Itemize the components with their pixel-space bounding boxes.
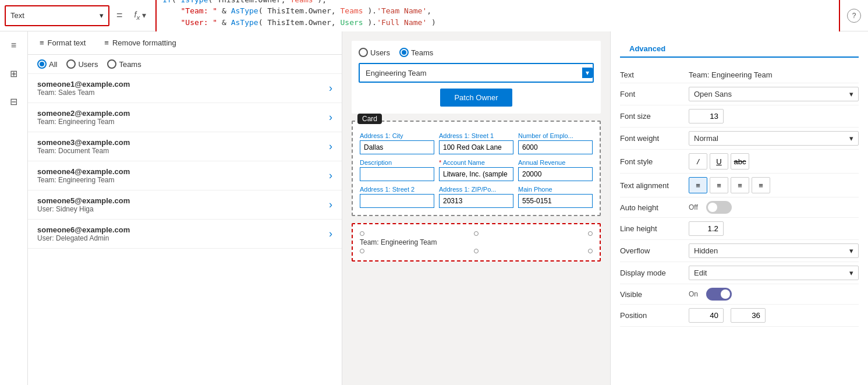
sidebar-icon-menu[interactable]: ≡ [5, 36, 23, 55]
prop-font-size: Font size [620, 105, 859, 128]
handle-bottom-right[interactable] [588, 249, 593, 253]
form-label-description: Description [360, 159, 434, 166]
prop-font-dropdown[interactable]: Open Sans ▾ [689, 87, 859, 101]
visible-toggle[interactable] [706, 288, 732, 301]
list-item-email-3: someone4@example.com [37, 167, 130, 176]
radio-users[interactable]: Users [66, 59, 98, 69]
help-button[interactable]: ? [847, 9, 861, 23]
list-item-info-1: someone2@example.com Team: Engineering T… [37, 109, 130, 126]
handle-top-right[interactable] [588, 231, 593, 236]
list-item-info-3: someone4@example.com Team: Engineering T… [37, 167, 130, 184]
handle-top-left[interactable] [360, 231, 364, 236]
list-item-team-3: Team: Engineering Team [37, 176, 130, 184]
prop-font-size-input[interactable] [689, 109, 724, 123]
prop-text-label: Text [620, 70, 684, 79]
people-filter-row: Users Teams [359, 48, 594, 57]
list-item-team-2: Team: Document Team [37, 147, 130, 155]
remove-formatting-label: Remove formatting [112, 38, 176, 47]
prop-position-x-input[interactable] [689, 308, 724, 323]
form-input-street2[interactable] [360, 194, 434, 208]
prop-font-weight-dropdown[interactable]: Normal ▾ [689, 131, 859, 146]
list-item[interactable]: someone5@example.com User: Sidney Higa › [28, 190, 342, 220]
prop-font-size-label: Font size [620, 112, 684, 121]
list-item[interactable]: someone3@example.com Team: Document Team… [28, 132, 342, 161]
patch-owner-button[interactable]: Patch Owner [440, 89, 512, 107]
sidebar-icon-components[interactable]: ⊟ [5, 92, 23, 111]
chevron-right-icon-2: › [329, 140, 332, 153]
patch-owner-row: Patch Owner [359, 89, 594, 107]
form-input-zip[interactable] [439, 194, 513, 208]
radio-all[interactable]: All [37, 59, 57, 69]
list-item[interactable]: someone1@example.com Team: Sales Team › [28, 74, 342, 103]
chevron-down-icon: ▾ [849, 246, 853, 255]
chevron-down-icon: ▾ [849, 90, 853, 98]
form-input-revenue[interactable] [518, 167, 593, 181]
tab-advanced[interactable]: Advanced [620, 41, 675, 58]
radio-center-teams[interactable]: Teams [399, 48, 433, 57]
form-label-zip: Address 1: ZIP/Po... [439, 186, 513, 193]
handle-top-center[interactable] [474, 231, 479, 236]
list-item[interactable]: someone6@example.com User: Delegated Adm… [28, 220, 342, 249]
radio-center-teams-circle [399, 48, 409, 57]
form-input-street1[interactable] [439, 140, 513, 154]
prop-auto-height-value: Off [689, 203, 698, 211]
radio-center-users[interactable]: Users [359, 48, 390, 57]
prop-overflow-dropdown[interactable]: Hidden ▾ [689, 243, 859, 258]
handle-row-top [360, 231, 593, 236]
radio-center-teams-label: Teams [411, 48, 433, 57]
form-label-employees: Number of Emplo... [518, 132, 593, 139]
form-input-employees[interactable] [518, 140, 593, 154]
form-input-phone[interactable] [518, 194, 593, 208]
handle-bottom-left[interactable] [360, 249, 364, 253]
auto-height-toggle[interactable] [706, 201, 732, 214]
list-item[interactable]: someone4@example.com Team: Engineering T… [28, 161, 342, 190]
prop-position: Position [620, 305, 859, 327]
strikethrough-button[interactable]: abc [731, 153, 749, 169]
align-justify-button[interactable]: ≡ [752, 177, 770, 193]
list-item-email-4: someone5@example.com [37, 196, 130, 205]
align-right-button[interactable]: ≡ [731, 177, 749, 193]
team-select-row: Engineering Team ▾ [359, 63, 594, 83]
equals-sign: = [114, 9, 125, 22]
italic-button[interactable]: / [689, 153, 707, 169]
top-bar-right: ? [845, 6, 863, 25]
prop-line-height-input[interactable] [689, 221, 724, 236]
text-label-area: Team: Engineering Team [352, 223, 601, 262]
list-item[interactable]: someone2@example.com Team: Engineering T… [28, 103, 342, 132]
prop-visible: Visible On [620, 284, 859, 305]
remove-formatting-icon: ≡ [104, 38, 109, 47]
toggle-knob-visible [721, 289, 730, 299]
prop-text-align: Text alignment ≡ ≡ ≡ ≡ [620, 174, 859, 197]
prop-text-align-label: Text alignment [620, 181, 684, 190]
prop-font-weight-value: Normal [694, 134, 718, 143]
prop-font-style: Font style / U abc [620, 150, 859, 174]
radio-teams[interactable]: Teams [107, 59, 141, 69]
form-grid: Address 1: City Address 1: Street 1 Numb… [360, 132, 593, 208]
fx-icon: fx [134, 10, 140, 21]
handle-bottom-center[interactable] [474, 249, 479, 253]
align-center-button[interactable]: ≡ [710, 177, 728, 193]
sidebar-icon-tree[interactable]: ⊞ [5, 64, 23, 83]
prop-position-y-input[interactable] [731, 308, 766, 323]
font-style-buttons: / U abc [689, 153, 749, 169]
underline-button[interactable]: U [710, 153, 728, 169]
prop-visible-label: Visible [620, 290, 684, 299]
chevron-right-icon-4: › [329, 199, 332, 211]
prop-text-value: Team: Engineering Team [689, 70, 859, 79]
form-field-phone: Main Phone [518, 186, 593, 208]
team-dropdown[interactable]: Engineering Team ▾ [359, 63, 594, 83]
required-star: * [439, 159, 443, 166]
form-input-city[interactable] [360, 140, 434, 154]
form-input-account[interactable] [439, 167, 513, 181]
remove-formatting-button[interactable]: ≡ Remove formatting [100, 36, 180, 50]
formula-dropdown[interactable]: Text ▾ [5, 5, 109, 26]
sidebar-icons: ≡ ⊞ ⊟ [0, 31, 28, 385]
prop-display-mode-dropdown[interactable]: Edit ▾ [689, 266, 859, 280]
fx-button[interactable]: fx ▾ [130, 8, 151, 23]
prop-display-mode-label: Display mode [620, 269, 684, 277]
list-item-team-5: User: Delegated Admin [37, 234, 130, 242]
format-text-button[interactable]: ≡ Format text [35, 36, 90, 50]
align-left-button[interactable]: ≡ [689, 177, 707, 193]
text-label-content: Team: Engineering Team [360, 238, 593, 246]
form-input-description[interactable] [360, 167, 434, 181]
